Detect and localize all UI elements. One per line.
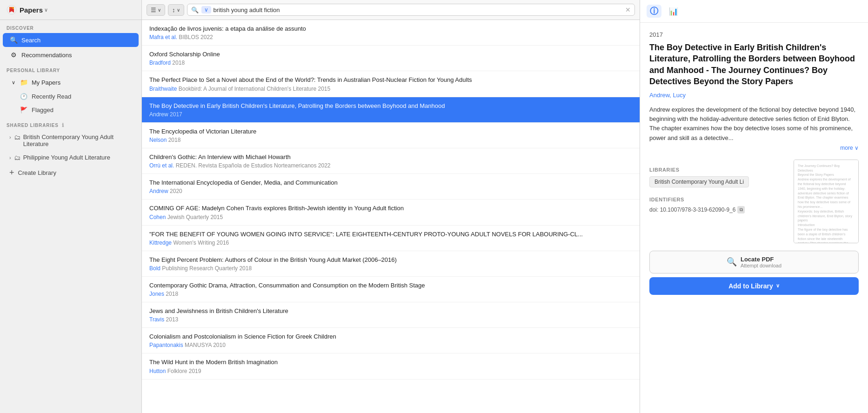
result-meta: Kittredge Women's Writing 2016: [149, 240, 632, 246]
detail-author[interactable]: Andrew, Lucy: [649, 92, 859, 99]
pdf-line: Introduction: [798, 223, 855, 227]
result-meta: Jones 2018: [149, 291, 632, 297]
list-view-button[interactable]: ☰ ∨: [147, 4, 165, 16]
result-item[interactable]: Jews and Jewishness in British Children'…: [142, 302, 640, 328]
result-title: Colonialism and Postcolonialism in Scien…: [149, 333, 632, 341]
folder-icon: 📁: [20, 79, 28, 86]
pdf-line: Keywords: boy detective, British childre…: [798, 209, 855, 223]
sort-button[interactable]: ↕ ∨: [168, 4, 184, 16]
result-item[interactable]: The International Encyclopedia of Gender…: [142, 174, 640, 200]
sidebar-item-search-label: Search: [21, 37, 40, 44]
sort-icon: ↕: [172, 7, 175, 13]
detail-title: The Boy Detective in Early British Child…: [649, 42, 859, 87]
result-item[interactable]: Contemporary Gothic Drama, Attraction, C…: [142, 277, 640, 302]
locate-pdf-label: Locate PDF: [741, 256, 781, 263]
add-dropdown-icon: ∨: [776, 283, 780, 289]
result-item[interactable]: The Boy Detective in Early British Child…: [142, 97, 640, 123]
result-item[interactable]: Indexação de livros juvenis: a etapa da …: [142, 20, 640, 46]
chart-icon: 📊: [669, 7, 678, 16]
pdf-line: The Journey Continues? Boy Detectives: [798, 164, 855, 173]
detail-abstract: Andrew explores the development of the f…: [649, 105, 859, 143]
sidebar-item-flagged-label: Flagged: [32, 107, 53, 113]
sidebar-item-create-library[interactable]: + Create Library: [3, 165, 139, 180]
result-source: 2018: [166, 291, 178, 297]
result-author: Andrew: [149, 188, 170, 194]
main-panel: ☰ ∨ ↕ ∨ 🔍 ∨ ✕ Indexação de livros juveni…: [142, 0, 640, 413]
result-author: Kittredge: [149, 240, 173, 246]
sidebar-item-my-papers[interactable]: ∨ 📁 My Papers: [3, 75, 139, 89]
result-title: COMING OF AGE: Madelyn Cohen Travis expl…: [149, 204, 632, 213]
detail-panel: ⓘ 📊 2017 The Boy Detective in Early Brit…: [640, 0, 868, 413]
detail-more-link[interactable]: more ∨: [649, 145, 859, 151]
result-source: Folklore 2019: [167, 368, 201, 374]
result-author: Cohen: [149, 214, 167, 220]
detail-libraries-row: LIBRARIES British Contemporary Young Adu…: [649, 160, 859, 243]
plus-icon: +: [9, 168, 14, 178]
app-title: Papers: [20, 6, 43, 14]
result-author: Mafra et al.: [149, 34, 179, 40]
result-author: Andrew: [149, 111, 170, 118]
identifier-copy-icon[interactable]: ⧉: [737, 206, 745, 213]
result-item[interactable]: The Perfect Place to Set a Novel about t…: [142, 71, 640, 97]
flag-icon: 🚩: [20, 107, 28, 113]
detail-year: 2017: [649, 31, 859, 38]
locate-pdf-button[interactable]: 🔍 Locate PDF Attempt download: [649, 251, 859, 273]
result-meta: Travis 2013: [149, 316, 632, 323]
result-item[interactable]: Colonialism and Postcolonialism in Scien…: [142, 328, 640, 353]
result-source: 2018: [172, 60, 185, 66]
pdf-line: The figure of the boy detective has been…: [798, 227, 855, 243]
result-meta: Cohen Jewish Quarterly 2015: [149, 214, 632, 220]
personal-library-label: PERSONAL LIBRARY: [0, 62, 141, 75]
result-item[interactable]: The Eight Percent Problem: Authors of Co…: [142, 251, 640, 277]
sidebar-item-philippine-lib[interactable]: › 🗂 Philippine Young Adult Literature: [3, 151, 139, 164]
detail-content: 2017 The Boy Detective in Early British …: [640, 23, 868, 413]
detail-top-bar: ⓘ 📊: [640, 0, 868, 23]
result-source: 2013: [166, 316, 179, 323]
app-chevron-icon[interactable]: ∨: [44, 7, 48, 13]
result-item[interactable]: The Wild Hunt in the Modern British Imag…: [142, 353, 640, 379]
shared-info-icon: ℹ: [62, 122, 64, 128]
result-meta: Andrew 2020: [149, 188, 632, 194]
locate-pdf-sub: Attempt download: [741, 263, 781, 268]
app-header: Papers ∨: [0, 0, 141, 20]
result-item[interactable]: Oxford Scholarship OnlineBradford 2018: [142, 46, 640, 71]
result-item[interactable]: "FOR THE BENEFIT OF YOUNG WOMEN GOING IN…: [142, 226, 640, 251]
library-tag[interactable]: British Contemporary Young Adult Li: [649, 176, 749, 187]
sidebar-item-philippine-lib-label: Philippine Young Adult Literature: [23, 154, 110, 161]
identifier-row: doi: 10.1007/978-3-319-62090-9_6 ⧉: [649, 206, 781, 213]
result-meta: Mafra et al. BIBLOS 2022: [149, 34, 632, 40]
search-input[interactable]: [214, 7, 626, 13]
result-source: BIBLOS 2022: [179, 34, 213, 40]
sidebar-item-search[interactable]: 🔍 Search: [3, 33, 139, 47]
result-title: The Boy Detective in Early British Child…: [149, 102, 632, 110]
chevron-right-philippine-icon: ›: [9, 155, 11, 160]
detail-info-tab[interactable]: ⓘ: [647, 5, 661, 18]
search-clear-icon[interactable]: ✕: [625, 6, 631, 13]
result-item[interactable]: Children's Gothic: An Interview with Mic…: [142, 148, 640, 174]
add-to-library-label: Add to Library: [728, 282, 773, 290]
result-title: The International Encyclopedia of Gender…: [149, 179, 632, 187]
result-source: 2018: [168, 137, 181, 143]
sidebar-item-british-lib[interactable]: › 🗂 British Contemporary Young Adult Lit…: [3, 131, 139, 150]
result-title: The Wild Hunt in the Modern British Imag…: [149, 358, 632, 366]
result-item[interactable]: COMING OF AGE: Madelyn Cohen Travis expl…: [142, 200, 640, 225]
search-glass-icon: 🔍: [191, 7, 199, 13]
result-author: Orrù et al.: [149, 162, 176, 169]
pdf-preview-content: The Journey Continues? Boy DetectivesBey…: [794, 160, 858, 243]
results-list: Indexação de livros juvenis: a etapa da …: [142, 20, 640, 413]
locate-search-icon: 🔍: [727, 257, 737, 267]
result-title: Oxford Scholarship Online: [149, 50, 632, 59]
sidebar-item-recommendations[interactable]: ⚙ Recommendations: [3, 48, 139, 62]
add-to-library-button[interactable]: Add to Library ∨: [649, 277, 859, 295]
recommendations-icon: ⚙: [9, 51, 18, 59]
search-filter-tag[interactable]: ∨: [201, 6, 211, 13]
sidebar-item-recently-read[interactable]: 🕐 Recently Read: [3, 90, 139, 103]
detail-chart-tab[interactable]: 📊: [666, 5, 681, 18]
sort-direction-icon: ∨: [177, 7, 180, 13]
sidebar-item-british-lib-label: British Contemporary Young Adult Literat…: [23, 133, 132, 147]
result-item[interactable]: The Encyclopedia of Victorian Literature…: [142, 123, 640, 148]
list-view-chevron-icon: ∨: [158, 7, 161, 13]
sidebar-item-flagged[interactable]: 🚩 Flagged: [3, 104, 139, 116]
chevron-right-icon: ∨: [9, 80, 18, 86]
result-author: Bold: [149, 265, 162, 272]
